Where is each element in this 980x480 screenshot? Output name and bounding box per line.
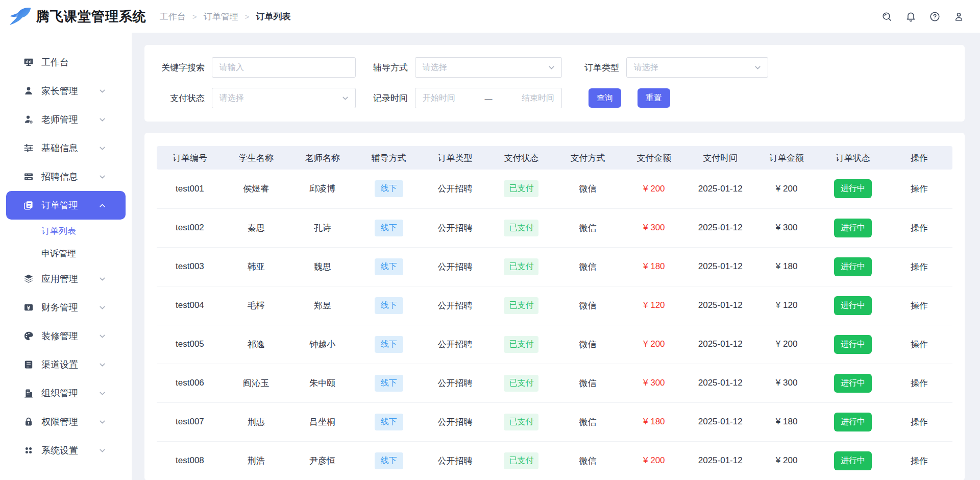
app-logo: 腾飞课堂管理系统 xyxy=(8,7,146,26)
sidebar-item-system-settings[interactable]: 系统设置 xyxy=(0,436,132,465)
body-wrap: 工作台 家长管理 老师管理 基础信息 xyxy=(0,33,980,480)
order-status-badge: 进行中 xyxy=(834,179,872,198)
sidebar-item-workbench[interactable]: 工作台 xyxy=(0,48,132,77)
bell-icon[interactable] xyxy=(902,8,919,25)
record-time-range-picker[interactable]: 开始时间 — 结束时间 xyxy=(415,88,562,108)
cell-payment-amount: ¥ 300 xyxy=(621,208,687,247)
cell-teacher-name: 尹彦恒 xyxy=(289,441,356,480)
payment-status-badge: 已支付 xyxy=(504,375,538,392)
cell-order-type: 公开招聘 xyxy=(422,364,488,402)
order-type-select[interactable]: 请选择 xyxy=(626,57,768,78)
sidebar-item-order-management[interactable]: 订单管理 xyxy=(6,191,126,220)
user-icon[interactable] xyxy=(950,8,967,25)
chevron-down-icon xyxy=(99,116,106,124)
sidebar-item-permission-management[interactable]: 权限管理 xyxy=(0,407,132,436)
tutoring-mode-select[interactable]: 请选择 xyxy=(415,57,562,78)
main-content: 关键字搜索 辅导方式 请选择 订单类型 请选择 xyxy=(132,33,980,480)
cell-teacher-name: 孔诗 xyxy=(289,208,356,247)
cell-payment-method: 微信 xyxy=(554,325,621,364)
chevron-down-icon xyxy=(99,332,106,340)
sidebar-item-channel-settings[interactable]: 渠道设置 xyxy=(0,350,132,379)
sidebar-item-app-management[interactable]: 应用管理 xyxy=(0,265,132,293)
cell-payment-time: 2025-01-12 xyxy=(687,208,753,247)
row-action-link[interactable]: 操作 xyxy=(911,301,928,310)
cell-teacher-name: 朱中颐 xyxy=(289,364,356,402)
cell-order-amount: ¥ 200 xyxy=(753,170,820,208)
cell-payment-method: 微信 xyxy=(554,364,621,402)
sidebar-item-org-management[interactable]: 组织管理 xyxy=(0,379,132,407)
cell-order-type: 公开招聘 xyxy=(422,286,488,325)
cell-order-no: test006 xyxy=(157,364,223,402)
column-header: 老师名称 xyxy=(289,146,356,170)
chevron-down-icon xyxy=(99,447,106,454)
sidebar-item-label: 家长管理 xyxy=(41,85,78,97)
cell-payment-amount: ¥ 200 xyxy=(621,441,687,480)
keyword-label: 关键字搜索 xyxy=(160,62,205,74)
chevron-down-icon xyxy=(99,275,106,283)
logo-bird-icon xyxy=(8,7,32,26)
lock-icon xyxy=(23,417,34,427)
breadcrumb-item-workbench[interactable]: 工作台 xyxy=(160,11,186,22)
cell-student-name: 毛梣 xyxy=(223,286,289,325)
order-table: 订单编号学生名称老师名称辅导方式订单类型支付状态支付方式支付金额支付时间订单金额… xyxy=(157,146,952,480)
sidebar-item-recruit-info[interactable]: 招聘信息 xyxy=(0,162,132,191)
row-action-link[interactable]: 操作 xyxy=(911,456,928,466)
sliders-icon xyxy=(23,143,34,153)
cell-order-no: test004 xyxy=(157,286,223,325)
cell-student-name: 祁逸 xyxy=(223,325,289,364)
breadcrumb-item-order-management[interactable]: 订单管理 xyxy=(204,11,238,22)
filter-card: 关键字搜索 辅导方式 请选择 订单类型 请选择 xyxy=(144,45,965,122)
row-action-link[interactable]: 操作 xyxy=(911,262,928,272)
cell-student-name: 侯煜睿 xyxy=(223,170,289,208)
reset-button[interactable]: 重置 xyxy=(638,88,670,108)
table-row: test005 祁逸 钟越小 线下 公开招聘 已支付 微信 ¥ 200 2025… xyxy=(157,325,952,364)
sidebar-item-basic-info[interactable]: 基础信息 xyxy=(0,134,132,162)
start-time-placeholder: 开始时间 xyxy=(423,93,482,104)
cell-payment-amount: ¥ 120 xyxy=(621,286,687,325)
payment-status-label: 支付状态 xyxy=(160,92,205,104)
payment-status-select[interactable]: 请选择 xyxy=(212,88,356,108)
cell-payment-amount: ¥ 200 xyxy=(621,170,687,208)
sidebar-item-teacher-management[interactable]: 老师管理 xyxy=(0,105,132,134)
breadcrumb: 工作台 > 订单管理 > 订单列表 xyxy=(160,11,291,22)
cell-payment-amount: ¥ 180 xyxy=(621,402,687,441)
cell-student-name: 荆浩 xyxy=(223,441,289,480)
chevron-down-icon xyxy=(99,87,106,95)
row-action-link[interactable]: 操作 xyxy=(911,417,928,427)
table-row: test008 荆浩 尹彦恒 线下 公开招聘 已支付 微信 ¥ 200 2025… xyxy=(157,441,952,480)
cell-payment-time: 2025-01-12 xyxy=(687,441,753,480)
chevron-down-icon xyxy=(99,304,106,311)
table-row: test006 阎沁玉 朱中颐 线下 公开招聘 已支付 微信 ¥ 300 202… xyxy=(157,364,952,402)
sidebar-item-finance-management[interactable]: 财务管理 xyxy=(0,293,132,322)
query-button[interactable]: 查询 xyxy=(589,88,621,108)
sidebar-item-parent-management[interactable]: 家长管理 xyxy=(0,77,132,105)
end-time-placeholder: 结束时间 xyxy=(496,93,555,104)
help-icon[interactable] xyxy=(926,8,943,25)
cell-order-no: test005 xyxy=(157,325,223,364)
row-action-link[interactable]: 操作 xyxy=(911,340,928,349)
order-status-badge: 进行中 xyxy=(834,413,872,431)
keyword-input[interactable] xyxy=(212,57,356,78)
keyword-filter: 关键字搜索 xyxy=(160,57,356,78)
sidebar-subitem-order-list[interactable]: 订单列表 xyxy=(0,220,132,242)
cell-order-type: 公开招聘 xyxy=(422,247,488,286)
search-icon[interactable] xyxy=(878,8,895,25)
row-action-link[interactable]: 操作 xyxy=(911,378,928,388)
sidebar-item-label: 招聘信息 xyxy=(41,171,78,183)
sidebar-item-label: 组织管理 xyxy=(41,387,78,399)
cell-order-no: test003 xyxy=(157,247,223,286)
cell-payment-method: 微信 xyxy=(554,441,621,480)
sidebar-subitem-appeal-management[interactable]: 申诉管理 xyxy=(0,242,132,265)
cell-teacher-name: 郑昱 xyxy=(289,286,356,325)
payment-status-filter: 支付状态 请选择 xyxy=(160,88,356,108)
row-action-link[interactable]: 操作 xyxy=(911,184,928,194)
sidebar-item-decoration-management[interactable]: 装修管理 xyxy=(0,322,132,350)
cell-order-amount: ¥ 300 xyxy=(753,208,820,247)
sidebar: 工作台 家长管理 老师管理 基础信息 xyxy=(0,33,132,480)
cell-payment-amount: ¥ 200 xyxy=(621,325,687,364)
cell-order-no: test007 xyxy=(157,402,223,441)
table-body: test001 侯煜睿 邱凌博 线下 公开招聘 已支付 微信 ¥ 200 202… xyxy=(157,170,952,480)
row-action-link[interactable]: 操作 xyxy=(911,223,928,233)
payment-status-badge: 已支付 xyxy=(504,336,538,353)
recruit-icon xyxy=(23,172,34,182)
